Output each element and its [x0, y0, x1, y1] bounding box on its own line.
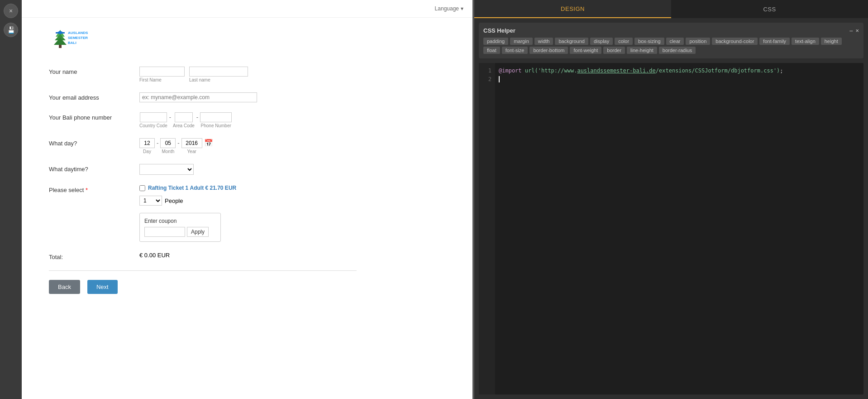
first-name-input[interactable] [139, 67, 185, 77]
css-helper: CSS Helper – × paddingmarginwidthbackgro… [479, 23, 863, 58]
form-area: Language ▾ AUSLANDS SEMESTER [22, 0, 472, 399]
coupon-box: Enter coupon Apply [139, 213, 221, 242]
country-code-input[interactable] [140, 112, 167, 122]
save-button[interactable]: 💾 [4, 23, 18, 37]
code-content[interactable]: @import url('http://www.auslandssemester… [495, 63, 863, 394]
back-button[interactable]: Back [49, 280, 80, 294]
area-code-wrap: Area Code [173, 112, 195, 128]
day-input[interactable] [139, 138, 155, 148]
css-tag-text-align[interactable]: text-align [792, 38, 819, 45]
name-fields: First Name Last name [139, 67, 357, 82]
ticket-checkbox[interactable] [139, 185, 145, 191]
year-sublabel: Year [187, 149, 196, 154]
css-tag-border-radius[interactable]: border-radius [659, 47, 696, 54]
first-name-label: First Name [139, 77, 185, 82]
checkbox-area: Rafting Ticket 1 Adult € 21.70 EUR 1 2 3… [139, 185, 357, 242]
close-button[interactable]: × [4, 4, 18, 18]
css-tag-font-weight[interactable]: font-weight [570, 47, 601, 54]
form-divider [49, 270, 357, 271]
email-label: Your email address [49, 92, 130, 101]
first-name-wrap: First Name [139, 67, 185, 82]
logo-area: AUSLANDS SEMESTER BALI [49, 27, 357, 53]
css-tag-padding[interactable]: padding [483, 38, 508, 45]
total-row: Total: € 0.00 EUR [49, 252, 357, 260]
phone-number-input[interactable] [200, 112, 232, 122]
svg-marker-2 [54, 38, 67, 45]
day-label: What day? [49, 138, 130, 147]
day-sublabel: Day [143, 149, 151, 154]
css-tag-clear[interactable]: clear [666, 38, 684, 45]
day-row: What day? Day - Month - Year [49, 138, 357, 154]
minimize-button[interactable]: – [849, 27, 853, 34]
phone-number-wrap: Phone Number [200, 112, 232, 128]
select-fields: Rafting Ticket 1 Adult € 21.70 EUR 1 2 3… [139, 185, 357, 242]
coupon-input[interactable] [144, 227, 185, 237]
design-tab[interactable]: DESIGN [474, 0, 671, 18]
css-tag-width[interactable]: width [534, 38, 553, 45]
css-tag-position[interactable]: position [686, 38, 710, 45]
apply-button[interactable]: Apply [187, 227, 209, 237]
phone-fields: Country Code - Area Code - Phone Number [139, 112, 357, 128]
area-code-input[interactable] [175, 112, 193, 122]
daytime-select[interactable] [139, 164, 194, 175]
css-tag-float[interactable]: float [483, 47, 500, 54]
phone-label: Your Bali phone number [49, 112, 130, 121]
svg-rect-3 [59, 45, 62, 48]
logo-icon: AUSLANDS SEMESTER BALI [49, 27, 103, 52]
next-button[interactable]: Next [87, 280, 118, 294]
total-label: Total: [49, 252, 130, 260]
area-code-label: Area Code [173, 123, 195, 128]
people-select[interactable]: 1 2 3 [139, 196, 162, 206]
email-fields [139, 92, 357, 102]
right-tabs: DESIGN CSS [474, 0, 868, 18]
css-tag-box-sizing[interactable]: box-sizing [634, 38, 664, 45]
css-tag-line-height[interactable]: line-height [627, 47, 657, 54]
phone-sep-1: - [169, 114, 171, 127]
country-code-label: Country Code [139, 123, 167, 128]
country-code-wrap: Country Code [139, 112, 167, 128]
button-row: Back Next [49, 280, 357, 294]
css-tag-background-color[interactable]: background-color [712, 38, 758, 45]
svg-text:AUSLANDS: AUSLANDS [68, 31, 88, 35]
css-tab[interactable]: CSS [671, 0, 868, 18]
calendar-icon[interactable]: 📅 [204, 139, 213, 147]
name-label: Your name [49, 67, 130, 75]
daytime-label: What daytime? [49, 164, 130, 173]
date-sep-1: - [157, 139, 158, 153]
css-tag-font-size[interactable]: font-size [502, 47, 528, 54]
css-tag-border[interactable]: border [603, 47, 625, 54]
email-row: Your email address [49, 92, 357, 102]
select-label: Please select * [49, 185, 130, 193]
coupon-row: Apply [144, 227, 216, 237]
phone-number-label: Phone Number [201, 123, 231, 128]
month-input[interactable] [160, 138, 176, 148]
daytime-fields [139, 164, 357, 175]
day-fields: Day - Month - Year 📅 [139, 138, 357, 154]
css-tag-margin[interactable]: margin [510, 38, 533, 45]
phone-row: Your Bali phone number Country Code - Ar… [49, 112, 357, 128]
email-input[interactable] [139, 92, 257, 102]
year-input[interactable] [181, 138, 202, 148]
sidebar: × 💾 [0, 0, 22, 399]
name-row: Your name First Name Last name [49, 67, 357, 82]
close-helper-button[interactable]: × [855, 27, 859, 34]
language-selector[interactable]: Language ▾ [435, 5, 463, 12]
css-tag-display[interactable]: display [590, 38, 613, 45]
css-tag-font-family[interactable]: font-family [759, 38, 790, 45]
css-tag-border-bottom[interactable]: border-bottom [529, 47, 568, 54]
date-sep-2: - [177, 139, 179, 153]
people-row: 1 2 3 People [139, 196, 357, 206]
last-name-label: Last name [189, 77, 248, 82]
css-tag-height[interactable]: height [821, 38, 842, 45]
css-tag-color[interactable]: color [615, 38, 633, 45]
people-label: People [165, 197, 183, 204]
css-tags: paddingmarginwidthbackgrounddisplaycolor… [483, 38, 859, 54]
ticket-text: Rafting Ticket 1 Adult € 21.70 EUR [148, 185, 236, 191]
required-marker: * [86, 187, 88, 193]
css-tag-background[interactable]: background [555, 38, 588, 45]
form-header: Language ▾ [22, 0, 472, 18]
last-name-input[interactable] [189, 67, 248, 77]
ticket-checkbox-row: Rafting Ticket 1 Adult € 21.70 EUR [139, 185, 357, 191]
code-editor[interactable]: 1 2 @import url('http://www.auslandsseme… [479, 63, 863, 394]
line-numbers: 1 2 [479, 63, 495, 394]
